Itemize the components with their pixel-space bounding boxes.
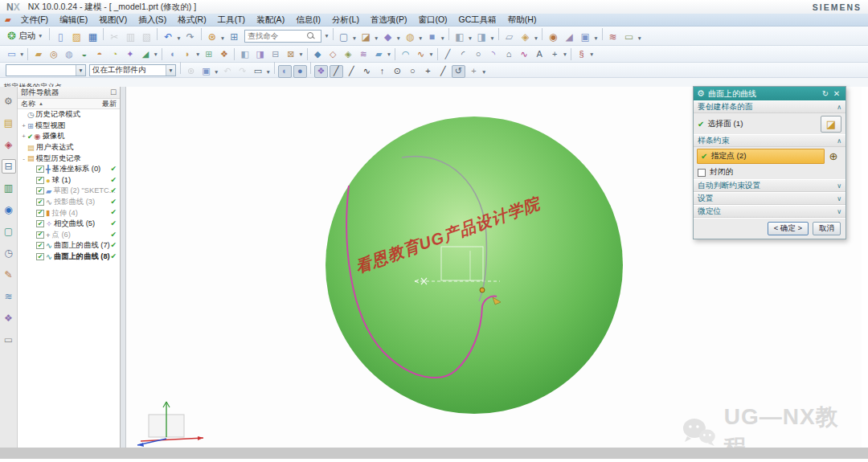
menu-item[interactable]: 帮助(H) <box>502 14 542 26</box>
tree-expander-icon[interactable]: + <box>20 133 27 140</box>
split-icon[interactable]: ◨ <box>253 47 267 60</box>
copy-icon[interactable]: ▥ <box>123 30 137 44</box>
group-spline-constraint[interactable]: 样条约束 ∧ <box>694 134 845 147</box>
chevron-down-icon[interactable]: ▼ <box>468 35 473 41</box>
polygon-icon[interactable]: ⌂ <box>502 47 516 60</box>
feature-row[interactable]: ✔∿投影曲线 (3)✔ <box>18 197 120 208</box>
circle-icon[interactable]: ○ <box>472 47 485 60</box>
feature-checkbox[interactable]: ✔ <box>36 187 44 194</box>
quadrant-snap-icon[interactable]: ╱ <box>436 65 450 78</box>
history-mode-row[interactable]: ◷历史记录模式 <box>18 109 120 121</box>
menu-item[interactable]: 首选项(P) <box>365 14 413 26</box>
chevron-down-icon[interactable]: ▼ <box>428 51 433 57</box>
block-icon[interactable]: ■ <box>424 30 439 44</box>
sketch-task-icon[interactable]: ▭ <box>5 47 18 60</box>
highlight-faces-icon[interactable]: ◐ <box>278 65 292 78</box>
studio-spline-icon[interactable]: ∿ <box>518 47 531 60</box>
revolve-icon[interactable]: ◍ <box>403 30 417 44</box>
open-file-icon[interactable]: ▨ <box>69 30 84 44</box>
thread-icon[interactable]: ≋ <box>606 30 620 44</box>
start-menu-button[interactable]: ❂ 启动 ▼ <box>4 28 47 44</box>
menu-item[interactable]: 文件(F) <box>15 14 54 26</box>
edge-blend2-icon[interactable]: ◖ <box>166 47 179 60</box>
hd3d-tools-icon[interactable]: ◉ <box>2 202 16 217</box>
touch-mode-icon[interactable]: ⊞ <box>227 30 241 44</box>
chevron-down-icon[interactable]: ▼ <box>176 35 181 41</box>
save-icon[interactable]: ▦ <box>85 30 100 44</box>
sew-icon[interactable]: ≋ <box>357 47 371 60</box>
roles-icon[interactable]: ❖ <box>2 311 16 325</box>
select-next-icon[interactable]: ↷ <box>235 65 249 78</box>
chevron-down-icon[interactable]: ▼ <box>593 35 598 41</box>
intersection-snap-icon[interactable]: + <box>421 65 435 78</box>
menu-item[interactable]: 分析(L) <box>326 14 365 26</box>
feature-checkbox[interactable]: ✔ <box>36 220 44 227</box>
feature-row[interactable]: ✔▰草图 (2) "SKETC...✔ <box>18 186 120 197</box>
menu-item[interactable]: 编辑(E) <box>54 14 93 26</box>
chevron-down-icon[interactable]: ▼ <box>195 51 200 57</box>
sketch-rectangle[interactable] <box>441 247 483 280</box>
menu-item[interactable]: GC工具箱 <box>453 14 502 26</box>
part-navigator-icon[interactable]: ⊟ <box>2 159 16 174</box>
pattern-feature-icon[interactable]: ❖ <box>217 47 231 60</box>
type-filter-combo[interactable]: ▼ <box>6 64 86 76</box>
fillet-curve-icon[interactable]: ◝ <box>487 47 501 60</box>
chevron-down-icon[interactable]: ▼ <box>166 65 175 76</box>
chevron-down-icon[interactable]: ▼ <box>153 51 158 57</box>
unite-icon[interactable]: ◧ <box>452 30 467 44</box>
chevron-down-icon[interactable]: ▼ <box>637 35 642 41</box>
boolean-intersect-icon[interactable]: ◈ <box>342 47 355 60</box>
assembly-navigator-icon[interactable]: ▤ <box>2 116 16 130</box>
command-finder-icon[interactable]: ⊛ <box>205 30 219 44</box>
curve-snap-icon[interactable]: ∿ <box>360 65 374 78</box>
feature-row[interactable]: ✔▮拉伸 (4)✔ <box>18 207 120 219</box>
face-blend-icon[interactable]: ◗ <box>181 47 194 60</box>
feature-row[interactable]: ✔✧相交曲线 (5)✔ <box>18 219 120 230</box>
command-finder-input[interactable] <box>248 31 307 40</box>
rect-select-icon[interactable]: ▭ <box>251 65 264 78</box>
dialog-close-icon[interactable]: ✕ <box>831 89 842 98</box>
helix-icon[interactable]: § <box>575 47 588 60</box>
undo-icon[interactable]: ↶ <box>161 30 175 44</box>
new-file-icon[interactable]: ▯ <box>53 30 68 44</box>
reuse-library-icon[interactable]: ▥ <box>2 181 16 195</box>
boss-icon[interactable]: ◍ <box>62 47 76 60</box>
datum-plane2-icon[interactable]: ▰ <box>31 47 45 60</box>
select-face-row[interactable]: ✔ 选择面 (1) ◪ <box>694 113 845 134</box>
window-icon[interactable]: ▢ <box>337 30 351 44</box>
chevron-down-icon[interactable]: ▼ <box>298 51 303 57</box>
arc-icon[interactable]: ◜ <box>457 47 470 60</box>
navigator-column-header[interactable]: 名称 ▲ 最新 <box>18 99 120 109</box>
panel-pin-icon[interactable]: ☐ <box>110 88 117 96</box>
patch-icon[interactable]: ▰ <box>372 47 386 60</box>
selection-filter-icon[interactable]: ▣ <box>199 65 213 78</box>
specify-point-highlight[interactable]: ✔ 指定点 (2) <box>697 149 825 164</box>
user-expressions-row[interactable]: ▤用户表达式 <box>18 142 120 153</box>
touch-panel-icon[interactable]: ▭ <box>2 333 16 347</box>
sketch-icon[interactable]: ◪ <box>358 30 373 44</box>
cameras-row[interactable]: +✔◉摄像机 <box>18 131 120 142</box>
feature-checkbox[interactable]: ✔ <box>36 198 44 206</box>
feature-row[interactable]: ✔∿曲面上的曲线 (7)✔ <box>18 240 120 251</box>
datum-plane-icon[interactable]: ▱ <box>502 30 517 44</box>
point-on-face-icon[interactable]: ↺ <box>452 65 465 78</box>
chevron-down-icon[interactable]: ▼ <box>440 35 444 41</box>
feature-checkbox[interactable]: ✔ <box>36 253 44 260</box>
circle-snap-icon[interactable]: ○ <box>406 65 420 78</box>
snap-enable-icon[interactable]: ⊛ <box>184 65 198 78</box>
menu-item[interactable]: 格式(R) <box>172 14 212 26</box>
model-history-row[interactable]: -▤模型历史记录 <box>18 153 120 164</box>
chevron-down-icon[interactable]: ▼ <box>481 69 486 75</box>
chevron-down-icon[interactable]: ▼ <box>19 51 24 57</box>
history-icon[interactable]: ◷ <box>2 246 16 260</box>
group-face-to-create-spline[interactable]: 要创建样条的面 ∧ <box>694 100 845 113</box>
menu-item[interactable]: 窗口(O) <box>412 14 452 26</box>
trim-body-icon[interactable]: ◨ <box>474 30 489 44</box>
chevron-down-icon[interactable]: ▼ <box>563 51 567 57</box>
dialog-reset-icon[interactable]: ↻ <box>820 89 831 98</box>
feature-checkbox[interactable]: ✔ <box>36 242 44 249</box>
cancel-button[interactable]: 取消 <box>813 222 841 235</box>
dialog-title-bar[interactable]: ⚙ 曲面上的曲线 ↻ ✕ <box>694 87 845 100</box>
point-constructor-icon[interactable]: + <box>467 65 481 78</box>
feature-row[interactable]: ✔╋基准坐标系 (0)✔ <box>18 164 120 175</box>
